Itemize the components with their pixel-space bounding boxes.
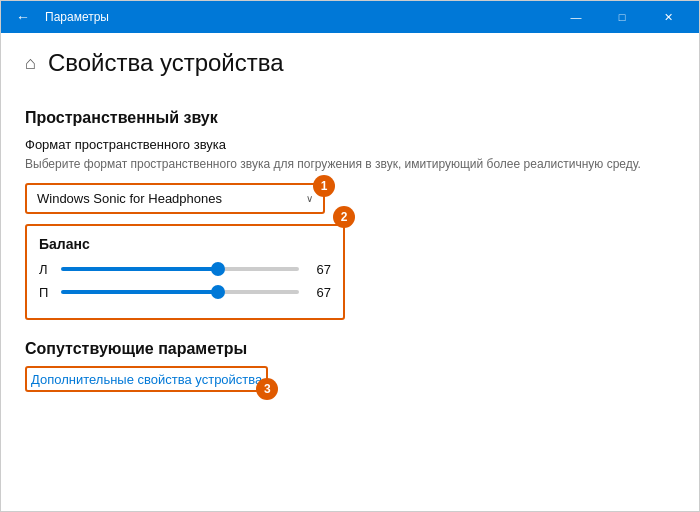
close-button[interactable]: ✕ <box>645 1 691 33</box>
spatial-sound-title: Пространственный звук <box>25 109 675 127</box>
titlebar-title: Параметры <box>45 10 553 24</box>
home-icon[interactable]: ⌂ <box>25 53 36 74</box>
left-slider-row: Л 67 <box>39 262 331 277</box>
spatial-sound-section: Пространственный звук Формат пространств… <box>25 109 675 214</box>
additional-properties-link-box: Дополнительные свойства устройства <box>25 366 268 392</box>
left-channel-label: Л <box>39 262 53 277</box>
page-header: ⌂ Свойства устройства <box>25 33 675 89</box>
related-section: Сопутствующие параметры Дополнительные с… <box>25 340 675 392</box>
balance-section: Баланс Л 67 П 67 <box>25 224 345 320</box>
annotation-3: 3 <box>256 378 278 400</box>
maximize-button[interactable]: □ <box>599 1 645 33</box>
back-button[interactable]: ← <box>9 3 37 31</box>
additional-properties-link[interactable]: Дополнительные свойства устройства <box>31 372 262 387</box>
dropdown-value: Windows Sonic for Headphones <box>37 191 222 206</box>
left-balance-value: 67 <box>307 262 331 277</box>
left-balance-slider[interactable] <box>61 267 299 271</box>
annotation-2: 2 <box>333 206 355 228</box>
content-area: ⌂ Свойства устройства Пространственный з… <box>1 33 699 511</box>
format-description: Выберите формат пространственного звука … <box>25 156 675 173</box>
annotation-1: 1 <box>313 175 335 197</box>
settings-window: ← Параметры — □ ✕ ⌂ Свойства устройства … <box>0 0 700 512</box>
right-slider-row: П 67 <box>39 285 331 300</box>
right-balance-slider[interactable] <box>61 290 299 294</box>
minimize-button[interactable]: — <box>553 1 599 33</box>
titlebar: ← Параметры — □ ✕ <box>1 1 699 33</box>
right-channel-label: П <box>39 285 53 300</box>
format-label: Формат пространственного звука <box>25 137 675 152</box>
balance-title: Баланс <box>39 236 331 252</box>
related-title: Сопутствующие параметры <box>25 340 675 358</box>
right-balance-value: 67 <box>307 285 331 300</box>
window-controls: — □ ✕ <box>553 1 691 33</box>
spatial-sound-dropdown[interactable]: Windows Sonic for Headphones ∨ <box>25 183 325 214</box>
balance-section-wrapper: Баланс Л 67 П 67 2 <box>25 214 345 320</box>
page-title: Свойства устройства <box>48 49 284 77</box>
dropdown-arrow-icon: ∨ <box>306 193 313 204</box>
